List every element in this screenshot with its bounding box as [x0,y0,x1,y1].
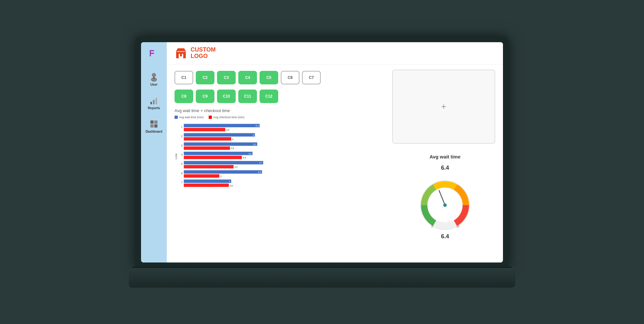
checkout-btn-C1[interactable]: C1 [175,71,193,84]
svg-text:Line: Line [175,153,178,159]
svg-text:3.5: 3.5 [226,129,229,131]
svg-text:6.6: 6.6 [258,171,261,173]
svg-text:4.9: 4.9 [243,157,246,159]
sidebar-item-dashboard-label: Dashboard [146,130,162,133]
right-panel: + Avg wait time 6.4 015 6.4 [387,64,503,262]
chart-legend: Avg wait time (min)Avg checkout time (mi… [175,116,379,119]
sidebar-item-reports[interactable]: Reports [143,93,165,113]
svg-point-3 [152,73,156,77]
svg-rect-13 [154,124,157,128]
main-content: CUSTOM LOGO C1C2C3C4C5C8C7 C8C9C10C11C12 [167,42,503,262]
checkout-btn-C11[interactable]: C11 [238,90,257,103]
svg-point-56 [443,204,447,207]
svg-rect-36 [184,156,242,159]
checkout-btn-C4[interactable]: C4 [238,71,257,84]
body-area: C1C2C3C4C5C8C7 C8C9C10C11C12 Avg wait ti… [167,64,503,262]
store-logo-icon [175,47,187,60]
svg-rect-41 [184,165,234,168]
svg-text:6.7: 6.7 [259,162,262,164]
checkout-btn-C5[interactable]: C5 [260,71,278,84]
svg-text:6.2: 6.2 [253,143,257,146]
svg-rect-16 [180,54,182,56]
svg-text:3: 3 [181,144,183,147]
logo-text: CUSTOM LOGO [191,47,216,60]
svg-rect-11 [154,120,157,124]
legend-item: Avg wait time (min) [175,116,204,119]
svg-rect-49 [184,179,231,183]
svg-text:3.8: 3.8 [230,185,233,187]
gauge-value-bottom: 6.4 [441,233,449,240]
sidebar-item-user[interactable]: User [143,69,165,90]
checkout-btn-C12[interactable]: C12 [260,90,278,103]
svg-text:4: 4 [229,180,230,183]
sidebar-item-reports-label: Reports [148,106,160,110]
chart-section: Avg wait time + checkout time Avg wait t… [175,108,379,198]
gauge-wrapper: 015 [416,173,474,231]
svg-rect-31 [184,147,230,150]
checkout-btn-C2[interactable]: C2 [196,71,214,84]
checkout-btn-C10[interactable]: C10 [217,90,236,103]
svg-text:4: 4 [232,138,233,140]
sidebar-item-user-label: User [150,83,157,86]
svg-rect-46 [184,174,219,178]
legend-item: Avg checkout time (min) [209,116,244,119]
checkout-btn-C7[interactable]: C7 [302,71,321,84]
checkout-btn-C3[interactable]: C3 [217,71,236,84]
svg-text:5: 5 [181,162,183,166]
checkout-btn-C8[interactable]: C8 [281,71,299,84]
svg-text:4: 4 [181,153,183,156]
gauge-section: Avg wait time 6.4 015 6.4 [392,149,498,245]
svg-text:15: 15 [456,225,459,228]
svg-text:1: 1 [181,125,183,129]
svg-rect-7 [150,102,152,104]
svg-text:3.9: 3.9 [231,147,234,149]
svg-rect-8 [153,100,155,104]
svg-rect-24 [184,133,255,137]
svg-text:7: 7 [181,181,183,184]
svg-text:6.4: 6.4 [256,125,259,127]
svg-text:5.8: 5.8 [249,153,252,155]
svg-rect-10 [150,120,154,124]
svg-text:6: 6 [181,172,183,175]
add-widget-plus-icon: + [441,101,446,112]
svg-rect-44 [184,170,262,174]
svg-rect-29 [184,142,257,146]
svg-rect-34 [184,152,252,155]
svg-text:3: 3 [220,175,222,177]
svg-rect-21 [184,128,225,131]
checkout-btn-C8[interactable]: C8 [175,90,193,103]
gauge-value-top: 6.4 [441,165,449,171]
user-icon [149,72,158,81]
svg-text:4.2: 4.2 [234,166,238,168]
svg-text:6: 6 [253,134,254,136]
svg-text:0: 0 [431,225,433,228]
svg-rect-26 [184,137,231,141]
svg-text:ᖴ: ᖴ [149,49,154,58]
svg-rect-12 [150,124,154,128]
add-widget-box[interactable]: + [392,70,495,144]
chart-container: Line16.43.526436.23.945.84.956.74.266.63… [175,121,329,198]
svg-rect-9 [156,98,157,104]
checkout-row-1: C1C2C3C4C5C8C7 [175,71,379,84]
left-panel: C1C2C3C4C5C8C7 C8C9C10C11C12 Avg wait ti… [167,64,387,262]
chart-title: Avg wait time + checkout time [175,108,379,113]
logo-area: CUSTOM LOGO [175,47,216,60]
sidebar: ᖴ User [141,42,167,262]
svg-rect-51 [184,184,229,187]
header: CUSTOM LOGO [167,42,503,64]
checkout-btn-C9[interactable]: C9 [196,90,214,103]
svg-rect-19 [184,124,260,128]
reports-icon [149,96,158,105]
app-logo: ᖴ [148,47,160,60]
dashboard-icon [149,119,158,129]
sidebar-item-dashboard[interactable]: Dashboard [143,116,165,137]
checkout-row-2: C8C9C10C11C12 [175,90,379,103]
gauge-title: Avg wait time [430,154,460,159]
svg-text:2: 2 [181,135,183,138]
svg-rect-39 [184,161,263,165]
